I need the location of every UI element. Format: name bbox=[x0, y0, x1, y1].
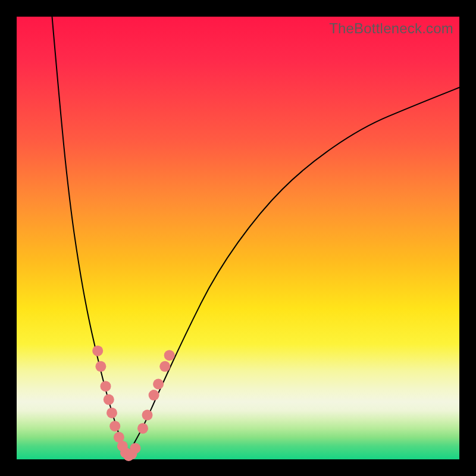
chart-frame: TheBottleneck.com bbox=[0, 0, 476, 476]
curve-left-branch bbox=[52, 17, 128, 455]
bead bbox=[104, 394, 114, 405]
bead bbox=[95, 361, 106, 372]
bead bbox=[92, 346, 103, 356]
bead bbox=[109, 421, 120, 431]
bead bbox=[130, 443, 140, 453]
bead bbox=[153, 379, 164, 390]
curve-right-branch bbox=[127, 87, 459, 455]
bead bbox=[137, 423, 148, 434]
plot-area: TheBottleneck.com bbox=[17, 17, 459, 459]
bead bbox=[101, 381, 111, 392]
bead bbox=[149, 390, 159, 400]
bead bbox=[142, 410, 153, 421]
bead bbox=[107, 408, 117, 418]
bead bbox=[159, 361, 170, 372]
bead bbox=[164, 350, 175, 361]
curve-layer bbox=[17, 17, 459, 459]
beads-left bbox=[92, 346, 134, 461]
